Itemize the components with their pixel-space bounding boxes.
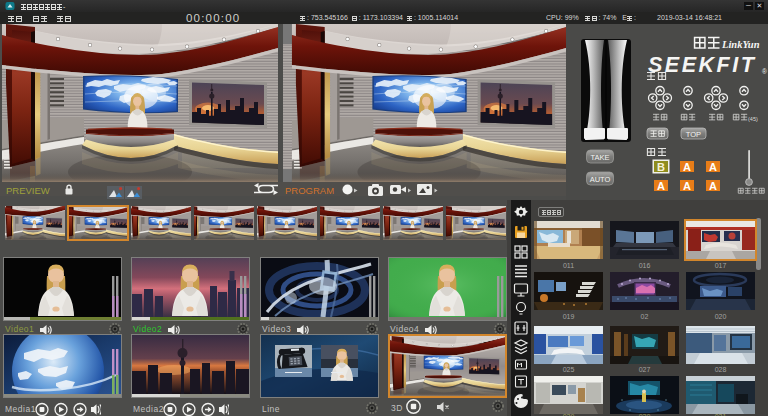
svg-text:TAKE: TAKE	[590, 153, 609, 162]
svg-text:LinkYun: LinkYun	[721, 39, 760, 50]
svg-text:A: A	[657, 180, 665, 192]
svg-text:SEEKFIT: SEEKFIT	[648, 53, 756, 77]
svg-text:TOP: TOP	[686, 130, 701, 139]
svg-text:AUTO: AUTO	[590, 175, 611, 184]
svg-text:A: A	[709, 161, 717, 173]
svg-text:A: A	[709, 180, 717, 192]
svg-text:A: A	[683, 180, 691, 192]
svg-text:®: ®	[762, 68, 767, 75]
svg-text:B: B	[657, 161, 665, 173]
svg-text:A: A	[683, 161, 691, 173]
svg-text:(45): (45)	[748, 116, 758, 122]
